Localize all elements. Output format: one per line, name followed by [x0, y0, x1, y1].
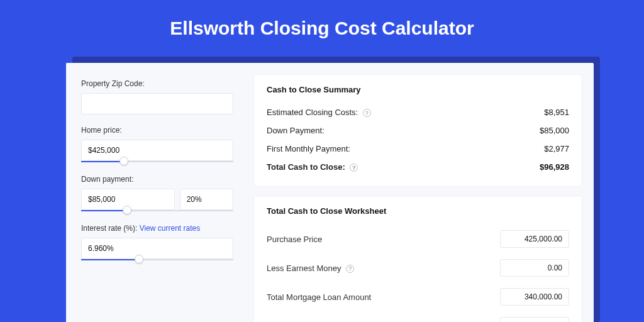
summary-heading: Cash to Close Summary: [267, 85, 569, 94]
rate-field: Interest rate (%): View current rates: [81, 224, 233, 262]
down-payment-slider-knob[interactable]: [123, 206, 131, 214]
summary-total-label: Total Cash to Close:: [267, 162, 345, 172]
summary-row-label: Down Payment:: [267, 126, 325, 135]
down-payment-slider[interactable]: [81, 209, 233, 213]
view-rates-link[interactable]: View current rates: [140, 224, 201, 233]
worksheet-row: Less Earnest Money ?: [267, 253, 569, 282]
calculator-panel: Property Zip Code: Home price: Down paym…: [66, 63, 594, 322]
worksheet-row-input[interactable]: [500, 317, 569, 322]
summary-row-value: $85,000: [540, 126, 569, 135]
summary-row-value: $2,977: [544, 144, 569, 153]
summary-total-row: Total Cash to Close: ? $96,928: [267, 158, 569, 176]
home-price-slider-fill: [81, 161, 124, 162]
home-price-label: Home price:: [81, 126, 233, 135]
summary-row: First Monthly Payment: $2,977: [267, 140, 569, 158]
worksheet-heading: Total Cash to Close Worksheet: [267, 206, 569, 216]
home-price-field: Home price:: [81, 126, 233, 164]
zip-field: Property Zip Code:: [81, 79, 233, 114]
summary-row: Estimated Closing Costs: ? $8,951: [267, 103, 569, 121]
zip-label: Property Zip Code:: [81, 79, 233, 88]
worksheet-card: Total Cash to Close Worksheet Purchase P…: [253, 196, 582, 322]
summary-row-value: $8,951: [544, 108, 569, 117]
page-title: Ellsworth Closing Cost Calculator: [0, 0, 644, 52]
summary-row-label: Estimated Closing Costs:: [267, 108, 358, 117]
worksheet-row: Total Second Mortgage Amount ?: [267, 311, 569, 322]
zip-input[interactable]: [81, 93, 233, 114]
home-price-slider-knob[interactable]: [119, 157, 128, 165]
summary-row-label: First Monthly Payment:: [267, 144, 350, 153]
rate-slider-knob[interactable]: [135, 255, 143, 264]
rate-label: Interest rate (%):: [81, 224, 137, 233]
info-icon[interactable]: ?: [363, 109, 371, 117]
worksheet-row: Purchase Price: [267, 225, 569, 253]
down-payment-pct-input[interactable]: [180, 189, 233, 210]
worksheet-row-input[interactable]: [500, 259, 569, 277]
worksheet-row-input[interactable]: [500, 230, 569, 248]
rate-input[interactable]: [81, 238, 233, 259]
down-payment-field: Down payment:: [81, 175, 233, 213]
down-payment-label: Down payment:: [81, 175, 233, 184]
worksheet-row-label: Total Mortgage Loan Amount: [267, 292, 371, 302]
summary-card: Cash to Close Summary Estimated Closing …: [253, 74, 582, 187]
rate-label-row: Interest rate (%): View current rates: [81, 224, 233, 233]
home-price-slider[interactable]: [81, 160, 233, 164]
worksheet-row-label: Less Earnest Money: [267, 264, 341, 273]
home-price-input[interactable]: [81, 140, 233, 161]
info-icon[interactable]: ?: [350, 164, 358, 172]
summary-total-value: $96,928: [540, 162, 569, 172]
results-column: Cash to Close Summary Estimated Closing …: [248, 63, 594, 322]
info-icon[interactable]: ?: [346, 265, 354, 273]
down-payment-slider-fill: [81, 210, 127, 211]
rate-slider-fill: [81, 259, 139, 260]
worksheet-row: Total Mortgage Loan Amount: [267, 282, 569, 311]
worksheet-row-label: Purchase Price: [267, 235, 322, 244]
inputs-column: Property Zip Code: Home price: Down paym…: [66, 63, 248, 322]
worksheet-row-input[interactable]: [500, 288, 569, 306]
rate-slider[interactable]: [81, 258, 233, 262]
summary-row: Down Payment: $85,000: [267, 121, 569, 140]
